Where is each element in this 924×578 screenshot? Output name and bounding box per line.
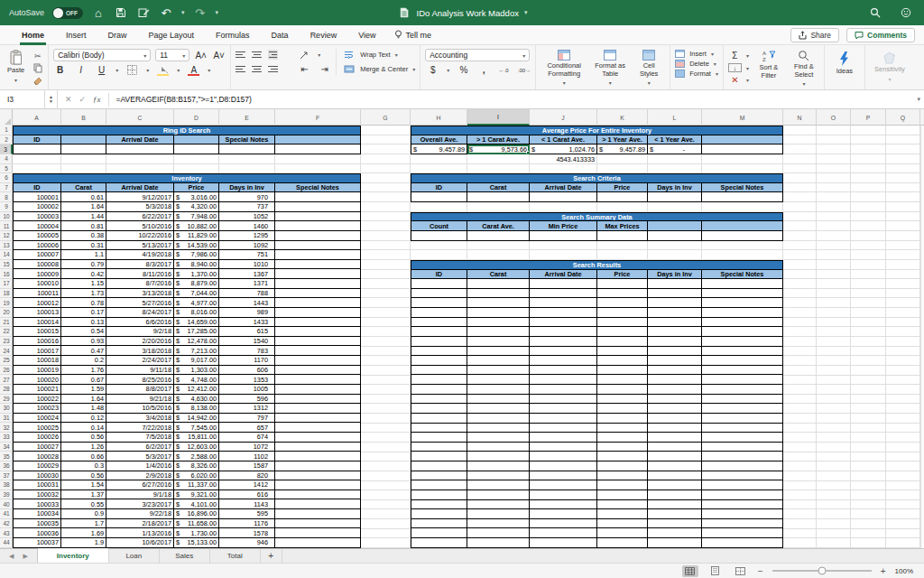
empty-cell[interactable]	[530, 231, 597, 241]
row-header-24[interactable]: 24	[0, 346, 13, 356]
empty-cell[interactable]	[702, 356, 783, 366]
price-cell[interactable]: $12,412.00	[174, 385, 219, 395]
date-cell[interactable]: 3/18/2018	[106, 346, 174, 356]
empty-cell[interactable]	[648, 519, 702, 529]
empty-cell[interactable]	[411, 538, 467, 548]
empty-cell[interactable]	[467, 366, 530, 376]
ribbon-tab-review[interactable]: Review	[300, 25, 348, 45]
sheet-tab-loan[interactable]: Loan	[109, 549, 160, 563]
font-name-select[interactable]: Calibri (Body)▾	[53, 49, 151, 61]
date-cell[interactable]: 8/7/2016	[106, 279, 174, 289]
row-header-8[interactable]: 8	[0, 192, 13, 202]
formula-input[interactable]: =AVERAGEIF(B8:B157,">=1",D8:D157)	[109, 95, 252, 104]
page-layout-view-icon[interactable]	[707, 565, 724, 577]
empty-cell[interactable]	[648, 192, 702, 202]
carat-cell[interactable]: 0.56	[61, 471, 106, 481]
carat-cell[interactable]: 0.42	[61, 269, 106, 279]
column-header-cell[interactable]: Arrival Date	[530, 183, 597, 193]
days-cell[interactable]: 797	[219, 414, 275, 424]
ribbon-tab-insert[interactable]: Insert	[55, 25, 97, 45]
empty-cell[interactable]	[411, 452, 467, 461]
days-cell[interactable]: 1005	[219, 385, 275, 395]
empty-cell[interactable]	[648, 308, 702, 318]
empty-cell[interactable]	[411, 509, 467, 519]
empty-cell[interactable]	[411, 395, 467, 405]
empty-cell[interactable]	[702, 289, 783, 299]
row-header-2[interactable]: 2	[0, 135, 13, 145]
id-cell[interactable]: 100033	[13, 499, 61, 509]
notes-cell[interactable]	[275, 346, 361, 356]
price-cell[interactable]: $8,326.00	[174, 461, 219, 471]
carat-cell[interactable]: 0.54	[61, 327, 106, 337]
carat-cell[interactable]: 0.66	[61, 452, 106, 461]
date-cell[interactable]: 1/4/2016	[106, 461, 174, 471]
notes-cell[interactable]	[275, 452, 361, 461]
empty-cell[interactable]	[702, 490, 783, 500]
price-cell[interactable]: $1,730.00	[174, 528, 219, 538]
empty-cell[interactable]	[530, 519, 597, 529]
column-header-N[interactable]: N	[783, 109, 817, 126]
formula-bar-expand-icon[interactable]: ▾	[917, 96, 920, 103]
format-cells-button[interactable]: Format ▾	[675, 70, 718, 78]
id-cell[interactable]: 100035	[13, 519, 61, 529]
price-cell[interactable]: $7,044.00	[174, 289, 219, 299]
notes-cell[interactable]	[275, 433, 361, 443]
date-cell[interactable]: 3/4/2018	[106, 414, 174, 424]
empty-cell[interactable]	[411, 433, 467, 443]
align-right-icon[interactable]	[268, 64, 278, 74]
days-cell[interactable]: 1540	[219, 337, 275, 347]
carat-cell[interactable]: 0.81	[61, 221, 106, 231]
tell-me-button[interactable]: Tell me	[387, 30, 439, 40]
empty-cell[interactable]	[411, 318, 467, 328]
column-header-cell[interactable]: Overall Ave.	[411, 135, 467, 145]
empty-cell[interactable]	[411, 424, 467, 434]
days-cell[interactable]: 1102	[219, 452, 275, 461]
fill-handle[interactable]	[526, 151, 530, 154]
price-cell[interactable]: $12,603.00	[174, 443, 219, 452]
row-header-31[interactable]: 31	[0, 414, 13, 424]
carat-cell[interactable]: 1.44	[61, 212, 106, 222]
empty-cell[interactable]	[702, 318, 783, 328]
empty-cell[interactable]	[648, 490, 702, 500]
align-middle-icon[interactable]	[252, 50, 262, 60]
empty-cell[interactable]	[597, 279, 648, 289]
notes-cell[interactable]	[275, 471, 361, 481]
id-cell[interactable]: 100001	[13, 192, 61, 202]
column-header-cell[interactable]: Days in Inv	[219, 183, 275, 193]
column-header-cell[interactable]: Carat	[467, 270, 530, 280]
id-cell[interactable]: 100010	[13, 279, 61, 289]
carat-cell[interactable]: 0.14	[61, 423, 106, 433]
column-header-O[interactable]: O	[817, 109, 851, 126]
notes-cell[interactable]	[275, 385, 361, 395]
price-cell[interactable]: $4,630.00	[174, 395, 219, 405]
empty-cell[interactable]	[411, 231, 467, 241]
empty-cell[interactable]	[597, 519, 648, 529]
date-cell[interactable]: 8/11/2016	[106, 269, 174, 279]
notes-cell[interactable]	[275, 423, 361, 433]
empty-cell[interactable]	[702, 528, 783, 538]
column-header-cell[interactable]	[275, 135, 361, 145]
decrease-font-icon[interactable]: A˅	[212, 50, 226, 61]
empty-cell[interactable]	[467, 433, 530, 443]
increase-font-icon[interactable]: A˄	[194, 50, 208, 61]
id-cell[interactable]: 100005	[13, 231, 61, 241]
empty-cell[interactable]	[530, 538, 597, 548]
empty-cell[interactable]	[13, 144, 61, 154]
empty-cell[interactable]	[530, 471, 597, 481]
carat-cell[interactable]: 1.37	[61, 490, 106, 500]
font-size-select[interactable]: 11▾	[155, 49, 189, 61]
price-cell[interactable]: $8,138.00	[174, 404, 219, 414]
empty-cell[interactable]	[648, 395, 702, 405]
days-cell[interactable]: 606	[219, 366, 275, 376]
empty-cell[interactable]	[648, 356, 702, 366]
empty-cell[interactable]	[467, 192, 530, 202]
empty-cell[interactable]	[702, 192, 783, 202]
empty-cell[interactable]	[648, 424, 702, 434]
id-cell[interactable]: 100029	[13, 461, 61, 471]
notes-cell[interactable]	[275, 414, 361, 424]
column-header-cell[interactable]: Max Prices	[597, 221, 648, 231]
notes-cell[interactable]	[275, 366, 361, 376]
days-cell[interactable]: 820	[219, 471, 275, 481]
empty-cell[interactable]	[530, 298, 597, 308]
row-header-9[interactable]: 9	[0, 202, 13, 212]
